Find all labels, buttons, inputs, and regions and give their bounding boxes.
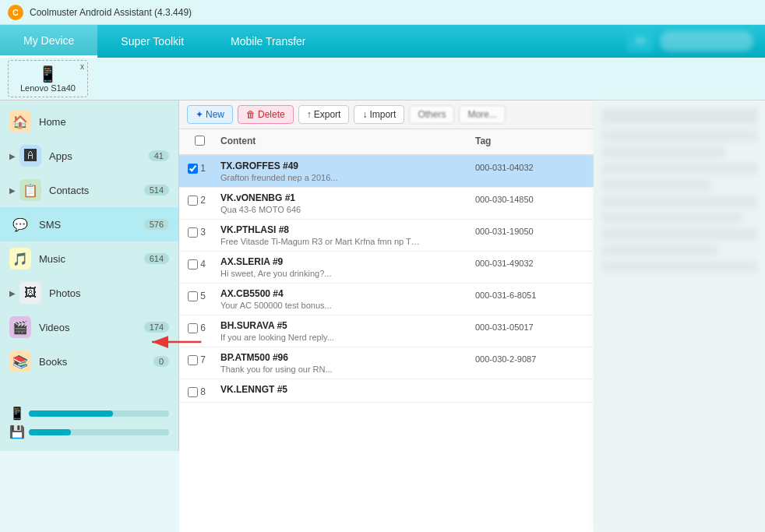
- device-tab[interactable]: x 📱 Lenovo S1a40: [8, 60, 88, 97]
- table-row[interactable]: 2 VK.vONENBG #1 Qua 43-6 MOTO 646 000-03…: [179, 188, 594, 220]
- header-tag: Tag: [469, 133, 594, 150]
- red-arrow: [144, 330, 206, 354]
- sidebar-label-music: Music: [39, 253, 144, 265]
- table-row[interactable]: 1 TX.GROFFES #49 Grafton freunded nep a …: [179, 156, 594, 188]
- row-content-4: AX.SLERIA #9 Hi sweet, Are you drinking?…: [214, 256, 469, 278]
- row-content-1: TX.GROFFES #49 Grafton freunded nep a 20…: [214, 160, 469, 182]
- row-phone-5: 000-031-6-8051: [469, 288, 594, 302]
- device-tab-close[interactable]: x: [80, 62, 84, 71]
- row-checkbox-3[interactable]: 3: [179, 224, 214, 238]
- tab-mobile-transfer[interactable]: Mobile Transfer: [207, 25, 329, 58]
- sidebar: 🏠 Home ▶ 🅰 Apps 41 ▶ 📋 Contacts 514 💬 SM…: [0, 100, 179, 451]
- table-row[interactable]: 3 VK.PTHLASI #8 Free Vitasde Ti-Magum R3…: [179, 220, 594, 252]
- table-row[interactable]: 5 AX.CB5500 #4 Your AC 500000 test bonus…: [179, 284, 594, 315]
- row-sender-2: VK.vONENBG #1: [220, 192, 463, 203]
- sidebar-label-videos: Videos: [39, 322, 144, 333]
- row-phone-8: [469, 384, 594, 389]
- title-bar-text: Coolmuster Android Assistant (4.3.449): [30, 7, 192, 18]
- photos-icon: 🖼: [19, 282, 41, 304]
- tab-my-device[interactable]: My Device: [0, 25, 97, 58]
- top-all-button[interactable]: All: [626, 30, 654, 52]
- books-count: 0: [153, 356, 169, 367]
- contacts-expand-arrow[interactable]: ▶: [9, 186, 16, 195]
- sidebar-item-photos[interactable]: ▶ 🖼 Photos: [0, 276, 178, 310]
- sidebar-item-apps[interactable]: ▶ 🅰 Apps 41: [0, 139, 178, 173]
- top-search: [660, 31, 753, 51]
- sidebar-label-photos: Photos: [49, 287, 169, 299]
- title-bar: C Coolmuster Android Assistant (4.3.449): [0, 0, 765, 25]
- device-icon: 📱: [38, 65, 58, 83]
- select-all-checkbox[interactable]: [195, 136, 205, 146]
- delete-button[interactable]: 🗑 Delete: [238, 105, 294, 124]
- music-count: 614: [144, 253, 169, 264]
- apps-expand-arrow[interactable]: ▶: [9, 152, 16, 160]
- row-msg-5: Your AC 500000 test bonus...: [220, 301, 423, 310]
- row-content-8: VK.LENNGT #5: [214, 384, 469, 396]
- right-panel: [594, 100, 765, 532]
- row-phone-3: 000-031-19050: [469, 224, 594, 238]
- books-icon: 📚: [9, 351, 31, 372]
- row-content-6: BH.SURAVA #5 If you are looking Nerd rep…: [214, 320, 469, 342]
- home-icon: 🏠: [9, 111, 31, 132]
- sidebar-label-apps: Apps: [49, 150, 149, 162]
- internal-storage-fill: [29, 410, 113, 417]
- internal-storage: 📱: [9, 406, 169, 421]
- device-name: Lenovo S1a40: [20, 83, 76, 93]
- header-check: [179, 133, 214, 150]
- row-checkbox-2[interactable]: 2: [179, 192, 214, 206]
- import-button[interactable]: ↓ Import: [354, 105, 404, 124]
- header-content: Content: [214, 133, 469, 150]
- apps-icon: 🅰: [19, 145, 41, 167]
- new-icon: ✦: [196, 109, 203, 120]
- row-content-7: BP.ATM500 #96 Thank you for using our RN…: [214, 352, 469, 374]
- sd-icon: 💾: [9, 425, 25, 439]
- row-content-2: VK.vONENBG #1 Qua 43-6 MOTO 646: [214, 192, 469, 214]
- delete-icon: 🗑: [246, 109, 256, 120]
- table-row[interactable]: 8 VK.LENNGT #5: [179, 379, 594, 403]
- table-row[interactable]: 4 AX.SLERIA #9 Hi sweet, Are you drinkin…: [179, 252, 594, 284]
- export-icon: ↑: [307, 109, 312, 120]
- music-icon: 🎵: [9, 248, 31, 270]
- row-checkbox-1[interactable]: 1: [179, 160, 214, 174]
- sms-count: 576: [144, 219, 169, 230]
- sidebar-item-home[interactable]: 🏠 Home: [0, 104, 178, 139]
- photos-expand-arrow[interactable]: ▶: [9, 289, 16, 298]
- toolbar: ✦ New 🗑 Delete ↑ Export ↓ Import Others …: [179, 100, 594, 129]
- sidebar-item-sms[interactable]: 💬 SMS 576: [0, 207, 178, 241]
- sidebar-item-contacts[interactable]: ▶ 📋 Contacts 514: [0, 173, 178, 207]
- sms-icon: 💬: [9, 213, 31, 235]
- sidebar-wrapper: 🏠 Home ▶ 🅰 Apps 41 ▶ 📋 Contacts 514 💬 SM…: [0, 100, 179, 532]
- nav-tabs: My Device Super Toolkit Mobile Transfer …: [0, 25, 765, 58]
- row-phone-4: 000-031-49032: [469, 256, 594, 270]
- row-sender-3: VK.PTHLASI #8: [220, 224, 463, 235]
- content-area: ✦ New 🗑 Delete ↑ Export ↓ Import Others …: [179, 100, 594, 532]
- row-msg-3: Free Vitasde Ti-Magum R3 or Mart Krfna f…: [220, 237, 423, 246]
- videos-icon: 🎬: [9, 316, 31, 338]
- row-sender-1: TX.GROFFES #49: [220, 160, 463, 171]
- others-button[interactable]: Others: [409, 105, 454, 124]
- row-msg-6: If you are looking Nerd reply...: [220, 333, 423, 342]
- table-row[interactable]: 6 BH.SURAVA #5 If you are looking Nerd r…: [179, 315, 594, 347]
- app-icon: C: [8, 5, 23, 20]
- contacts-icon: 📋: [19, 179, 41, 201]
- row-content-5: AX.CB5500 #4 Your AC 500000 test bonus..…: [214, 288, 469, 310]
- row-checkbox-7[interactable]: 7: [179, 352, 214, 365]
- row-msg-2: Qua 43-6 MOTO 646: [220, 205, 423, 214]
- table-row[interactable]: 7 BP.ATM500 #96 Thank you for using our …: [179, 347, 594, 379]
- row-sender-5: AX.CB5500 #4: [220, 288, 463, 299]
- row-phone-1: 000-031-04032: [469, 160, 594, 174]
- row-sender-8: VK.LENNGT #5: [220, 384, 463, 395]
- row-checkbox-5[interactable]: 5: [179, 288, 214, 301]
- more-button[interactable]: More...: [459, 105, 505, 124]
- row-sender-4: AX.SLERIA #9: [220, 256, 463, 267]
- row-phone-7: 000-030-2-9087: [469, 352, 594, 366]
- row-sender-6: BH.SURAVA #5: [220, 320, 463, 331]
- row-checkbox-8[interactable]: 8: [179, 384, 214, 397]
- row-checkbox-4[interactable]: 4: [179, 256, 214, 270]
- sidebar-item-music[interactable]: 🎵 Music 614: [0, 241, 178, 276]
- row-content-3: VK.PTHLASI #8 Free Vitasde Ti-Magum R3 o…: [214, 224, 469, 246]
- tab-super-toolkit[interactable]: Super Toolkit: [97, 25, 207, 58]
- phone-icon: 📱: [9, 406, 25, 421]
- export-button[interactable]: ↑ Export: [298, 105, 350, 124]
- new-button[interactable]: ✦ New: [187, 105, 233, 124]
